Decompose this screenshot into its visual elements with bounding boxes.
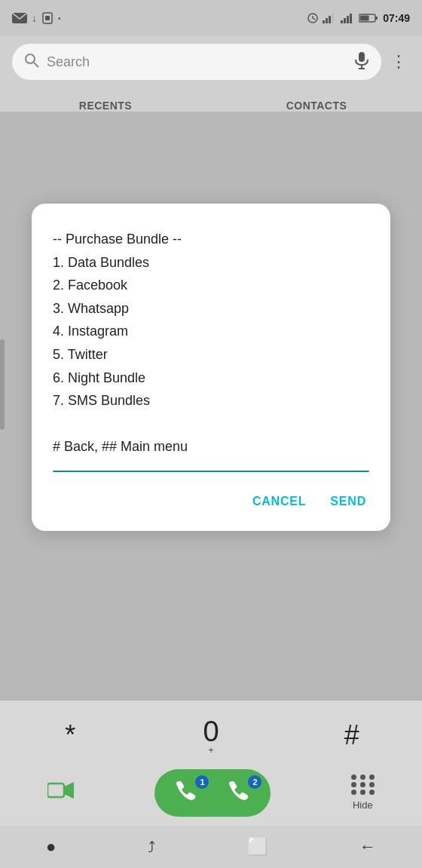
dialog-line-title: -- Purchase Bundle -- (53, 228, 369, 251)
nav-back-icon: ← (359, 837, 376, 856)
mic-icon[interactable] (354, 51, 369, 73)
dot-6 (369, 782, 375, 787)
grid-row-3 (351, 790, 375, 795)
svg-rect-6 (323, 20, 325, 23)
svg-rect-16 (360, 16, 369, 21)
call-1-badge: 1 (195, 775, 209, 789)
hide-button[interactable]: Hide (351, 774, 375, 811)
hash-key[interactable]: # (314, 713, 390, 758)
nav-recent-button[interactable]: ⤴ (136, 831, 167, 863)
dialog-line-2: 2. Facebook (53, 274, 369, 297)
svg-rect-22 (47, 784, 64, 797)
svg-rect-9 (332, 14, 334, 23)
grid-row-1 (351, 774, 375, 780)
search-area: Search ⋮ (0, 36, 422, 87)
star-key[interactable]: * (32, 713, 108, 758)
more-options-icon[interactable]: ⋮ (387, 49, 410, 75)
dot-8 (360, 790, 365, 795)
svg-rect-2 (45, 16, 50, 20)
svg-rect-7 (326, 18, 328, 23)
grid-row-2 (351, 782, 375, 787)
dialog-input-underline[interactable] (53, 471, 369, 472)
dialog-message: -- Purchase Bundle -- 1. Data Bundles 2.… (53, 228, 369, 459)
status-bar: ↓ • (0, 0, 422, 36)
zero-key[interactable]: 0 + (173, 713, 249, 758)
dot-7 (351, 790, 356, 795)
time-display: 07:49 (383, 12, 410, 24)
call-bar: 1 2 Hide (0, 759, 422, 826)
send-button[interactable]: SEND (327, 490, 369, 513)
svg-rect-11 (344, 18, 346, 23)
keypad-row: * 0 + # (0, 708, 422, 762)
hide-label: Hide (353, 799, 373, 811)
dialog-line-4: 4. Instagram (53, 320, 369, 343)
search-placeholder: Search (47, 54, 347, 70)
dot-1 (351, 774, 356, 780)
svg-rect-15 (375, 17, 378, 20)
clock-icon (307, 13, 318, 23)
download-icon: ↓ (32, 12, 37, 24)
svg-point-17 (26, 54, 35, 63)
call-2-badge: 2 (248, 775, 261, 789)
nav-bar: ● ⤴ ⬜ ← (0, 826, 422, 868)
cancel-button[interactable]: CANCEL (249, 490, 309, 513)
call-buttons-group: 1 2 (154, 769, 271, 817)
search-bar[interactable]: Search (12, 44, 381, 80)
dot-3 (369, 774, 375, 780)
nav-recent-icon: ⤴ (148, 839, 155, 855)
battery-icon (359, 13, 378, 23)
signal-bars2-icon (341, 13, 354, 23)
svg-rect-13 (350, 14, 352, 23)
purchase-bundle-dialog: -- Purchase Bundle -- 1. Data Bundles 2.… (32, 204, 390, 531)
dot-2 (360, 774, 365, 780)
svg-line-5 (313, 18, 315, 20)
svg-rect-10 (341, 20, 343, 23)
status-info-right: 07:49 (307, 12, 410, 24)
nav-home-icon: ⬜ (247, 837, 268, 856)
dialog-actions: CANCEL SEND (53, 490, 369, 513)
dialog-line-5: 5. Twitter (53, 343, 369, 367)
nav-back-button[interactable]: ← (347, 831, 388, 863)
sim-icon (41, 12, 54, 24)
dialog-line-1: 1. Data Bundles (53, 251, 369, 275)
dialog-line-7: 7. SMS Bundles (53, 389, 369, 413)
nav-home-button[interactable]: ⬜ (235, 831, 280, 863)
gmail-icon (12, 13, 27, 23)
call-1-button[interactable]: 1 (162, 774, 210, 812)
dialog-line-back: # Back, ## Main menu (53, 435, 369, 459)
search-icon (24, 53, 39, 72)
status-icons-left: ↓ • (12, 12, 61, 24)
signal-bars-icon (323, 13, 336, 23)
scroll-indicator (0, 339, 5, 430)
dot-9 (369, 790, 375, 795)
dot-5 (360, 782, 365, 787)
svg-rect-8 (329, 16, 331, 23)
call-2-button[interactable]: 2 (215, 774, 263, 812)
video-call-button[interactable] (47, 781, 75, 805)
nav-dot-icon: ● (46, 837, 56, 856)
nav-dot-button[interactable]: ● (34, 831, 68, 863)
dialog-line-3: 3. Whatsapp (53, 297, 369, 321)
svg-line-18 (34, 63, 38, 67)
dialog-line-blank (53, 413, 369, 436)
dot-4 (351, 782, 356, 787)
svg-rect-19 (359, 52, 365, 62)
dialog-line-6: 6. Night Bundle (53, 367, 369, 390)
svg-rect-12 (347, 16, 349, 23)
svg-marker-23 (64, 782, 74, 799)
dot-icon: • (58, 14, 61, 23)
